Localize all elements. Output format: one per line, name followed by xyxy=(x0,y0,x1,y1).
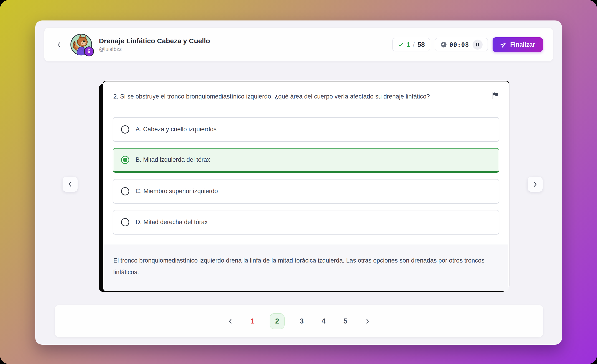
answer-option-a[interactable]: A. Cabeza y cuello izquierdos xyxy=(113,117,499,142)
page-button-4[interactable]: 4 xyxy=(319,316,328,326)
option-label: D. Mitad derecha del tórax xyxy=(136,219,208,226)
answer-option-d[interactable]: D. Mitad derecha del tórax xyxy=(113,210,499,235)
level-badge: 6 xyxy=(84,47,94,56)
header-titles: Drenaje Linfático Cabeza y Cuello @luisf… xyxy=(99,37,210,52)
answer-option-b[interactable]: B. Mitad izquierda del tórax xyxy=(113,148,499,173)
option-label: B. Mitad izquierda del tórax xyxy=(136,156,210,163)
prev-question-button[interactable] xyxy=(63,177,78,192)
option-label: C. Miembro superior izquierdo xyxy=(136,188,218,195)
radio-icon xyxy=(121,187,129,195)
score-total: 58 xyxy=(417,41,425,48)
send-icon xyxy=(500,41,507,48)
quiz-title: Drenaje Linfático Cabeza y Cuello xyxy=(99,37,210,45)
header: 6 Drenaje Linfático Cabeza y Cuello @lui… xyxy=(44,28,553,61)
answer-option-c[interactable]: C. Miembro superior izquierdo xyxy=(113,179,499,204)
explanation-panel: El tronco bronquiomediastínico izquierdo… xyxy=(103,245,509,291)
finish-button[interactable]: Finalizar xyxy=(493,37,543,52)
pagination-prev-button[interactable] xyxy=(226,316,236,326)
page-button-5[interactable]: 5 xyxy=(341,316,350,326)
chevron-left-icon xyxy=(55,41,63,48)
quiz-app-window: 6 Drenaje Linfático Cabeza y Cuello @lui… xyxy=(35,20,562,345)
chevron-right-icon xyxy=(532,181,539,188)
page-button-3[interactable]: 3 xyxy=(297,316,306,326)
pause-button[interactable] xyxy=(472,40,483,50)
pagination-next-button[interactable] xyxy=(362,316,372,326)
radio-checked-icon xyxy=(121,156,129,164)
gradient-background: 6 Drenaje Linfático Cabeza y Cuello @lui… xyxy=(0,0,597,364)
author-username: @luisfbzz xyxy=(99,46,210,52)
score-separator: / xyxy=(412,41,415,48)
timer-badge: 00:08 xyxy=(435,38,488,51)
chevron-left-icon xyxy=(227,318,234,325)
clock-icon xyxy=(440,41,447,48)
page-button-1[interactable]: 1 xyxy=(248,316,257,326)
radio-icon xyxy=(121,125,129,134)
avatar[interactable]: 6 xyxy=(70,33,93,56)
timer-value: 00:08 xyxy=(449,41,469,48)
flag-icon xyxy=(491,92,499,99)
chevron-left-icon xyxy=(67,181,73,188)
option-label: A. Cabeza y cuello izquierdos xyxy=(136,126,217,133)
answer-options: A. Cabeza y cuello izquierdos B. Mitad i… xyxy=(103,109,509,245)
screenshot-stage: 6 Drenaje Linfático Cabeza y Cuello @lui… xyxy=(0,0,597,364)
header-actions: 1 / 58 00:08 xyxy=(392,37,543,52)
chevron-right-icon xyxy=(364,318,371,325)
question-header: 2. Si se obstruye el tronco bronquiomedi… xyxy=(103,81,509,109)
score-badge: 1 / 58 xyxy=(392,38,430,51)
page-button-2[interactable]: 2 xyxy=(270,313,285,329)
pagination-bar: 1 2 3 4 5 xyxy=(55,305,543,337)
next-question-button[interactable] xyxy=(528,177,543,192)
check-icon xyxy=(398,41,404,48)
radio-icon xyxy=(121,218,129,226)
finish-button-label: Finalizar xyxy=(510,41,535,48)
explanation-text: El tronco bronquiomediastínico izquierdo… xyxy=(113,255,499,278)
back-button[interactable] xyxy=(54,40,64,50)
flag-button[interactable] xyxy=(491,92,499,100)
question-card: 2. Si se obstruye el tronco bronquiomedi… xyxy=(103,81,509,288)
score-current: 1 xyxy=(406,41,410,48)
question-text: 2. Si se obstruye el tronco bronquiomedi… xyxy=(113,91,475,102)
pause-icon xyxy=(476,43,477,47)
